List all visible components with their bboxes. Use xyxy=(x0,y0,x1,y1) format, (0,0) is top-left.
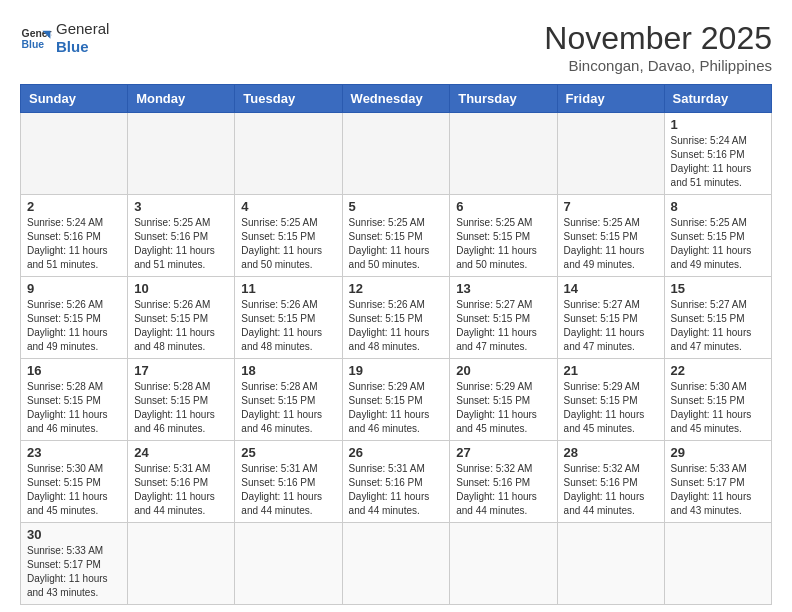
day-number: 8 xyxy=(671,199,765,214)
day-number: 23 xyxy=(27,445,121,460)
calendar-cell: 21Sunrise: 5:29 AM Sunset: 5:15 PM Dayli… xyxy=(557,359,664,441)
day-info: Sunrise: 5:32 AM Sunset: 5:16 PM Dayligh… xyxy=(456,462,550,518)
weekday-header-thursday: Thursday xyxy=(450,85,557,113)
day-info: Sunrise: 5:25 AM Sunset: 5:15 PM Dayligh… xyxy=(349,216,444,272)
calendar-cell: 3Sunrise: 5:25 AM Sunset: 5:16 PM Daylig… xyxy=(128,195,235,277)
calendar-cell xyxy=(235,523,342,605)
weekday-header-wednesday: Wednesday xyxy=(342,85,450,113)
weekday-header-sunday: Sunday xyxy=(21,85,128,113)
day-number: 9 xyxy=(27,281,121,296)
day-number: 25 xyxy=(241,445,335,460)
day-info: Sunrise: 5:28 AM Sunset: 5:15 PM Dayligh… xyxy=(241,380,335,436)
calendar-cell: 7Sunrise: 5:25 AM Sunset: 5:15 PM Daylig… xyxy=(557,195,664,277)
day-number: 5 xyxy=(349,199,444,214)
calendar-cell xyxy=(664,523,771,605)
calendar-cell: 24Sunrise: 5:31 AM Sunset: 5:16 PM Dayli… xyxy=(128,441,235,523)
weekday-header-friday: Friday xyxy=(557,85,664,113)
calendar-header-row: SundayMondayTuesdayWednesdayThursdayFrid… xyxy=(21,85,772,113)
day-number: 12 xyxy=(349,281,444,296)
day-info: Sunrise: 5:25 AM Sunset: 5:16 PM Dayligh… xyxy=(134,216,228,272)
day-number: 15 xyxy=(671,281,765,296)
day-info: Sunrise: 5:28 AM Sunset: 5:15 PM Dayligh… xyxy=(134,380,228,436)
day-number: 18 xyxy=(241,363,335,378)
calendar-week-4: 16Sunrise: 5:28 AM Sunset: 5:15 PM Dayli… xyxy=(21,359,772,441)
calendar-cell: 14Sunrise: 5:27 AM Sunset: 5:15 PM Dayli… xyxy=(557,277,664,359)
day-number: 11 xyxy=(241,281,335,296)
day-number: 20 xyxy=(456,363,550,378)
day-info: Sunrise: 5:27 AM Sunset: 5:15 PM Dayligh… xyxy=(564,298,658,354)
calendar-cell: 10Sunrise: 5:26 AM Sunset: 5:15 PM Dayli… xyxy=(128,277,235,359)
day-info: Sunrise: 5:26 AM Sunset: 5:15 PM Dayligh… xyxy=(349,298,444,354)
page-header: General Blue General Blue November 2025 … xyxy=(20,20,772,74)
calendar-table: SundayMondayTuesdayWednesdayThursdayFrid… xyxy=(20,84,772,605)
calendar-cell: 23Sunrise: 5:30 AM Sunset: 5:15 PM Dayli… xyxy=(21,441,128,523)
day-info: Sunrise: 5:31 AM Sunset: 5:16 PM Dayligh… xyxy=(134,462,228,518)
day-number: 22 xyxy=(671,363,765,378)
month-title: November 2025 xyxy=(544,20,772,57)
logo: General Blue General Blue xyxy=(20,20,109,56)
calendar-cell xyxy=(342,523,450,605)
day-number: 3 xyxy=(134,199,228,214)
calendar-cell: 9Sunrise: 5:26 AM Sunset: 5:15 PM Daylig… xyxy=(21,277,128,359)
calendar-cell: 22Sunrise: 5:30 AM Sunset: 5:15 PM Dayli… xyxy=(664,359,771,441)
day-info: Sunrise: 5:31 AM Sunset: 5:16 PM Dayligh… xyxy=(241,462,335,518)
location-subtitle: Bincongan, Davao, Philippines xyxy=(544,57,772,74)
weekday-header-monday: Monday xyxy=(128,85,235,113)
calendar-cell: 17Sunrise: 5:28 AM Sunset: 5:15 PM Dayli… xyxy=(128,359,235,441)
day-info: Sunrise: 5:27 AM Sunset: 5:15 PM Dayligh… xyxy=(456,298,550,354)
calendar-cell: 30Sunrise: 5:33 AM Sunset: 5:17 PM Dayli… xyxy=(21,523,128,605)
calendar-cell: 25Sunrise: 5:31 AM Sunset: 5:16 PM Dayli… xyxy=(235,441,342,523)
day-info: Sunrise: 5:29 AM Sunset: 5:15 PM Dayligh… xyxy=(349,380,444,436)
calendar-cell: 15Sunrise: 5:27 AM Sunset: 5:15 PM Dayli… xyxy=(664,277,771,359)
day-number: 27 xyxy=(456,445,550,460)
calendar-cell: 27Sunrise: 5:32 AM Sunset: 5:16 PM Dayli… xyxy=(450,441,557,523)
calendar-cell: 26Sunrise: 5:31 AM Sunset: 5:16 PM Dayli… xyxy=(342,441,450,523)
day-info: Sunrise: 5:25 AM Sunset: 5:15 PM Dayligh… xyxy=(456,216,550,272)
day-info: Sunrise: 5:26 AM Sunset: 5:15 PM Dayligh… xyxy=(241,298,335,354)
day-number: 30 xyxy=(27,527,121,542)
day-number: 4 xyxy=(241,199,335,214)
logo-blue: Blue xyxy=(56,38,109,56)
calendar-cell xyxy=(557,523,664,605)
day-info: Sunrise: 5:33 AM Sunset: 5:17 PM Dayligh… xyxy=(671,462,765,518)
day-info: Sunrise: 5:30 AM Sunset: 5:15 PM Dayligh… xyxy=(671,380,765,436)
title-block: November 2025 Bincongan, Davao, Philippi… xyxy=(544,20,772,74)
calendar-cell xyxy=(342,113,450,195)
calendar-cell: 6Sunrise: 5:25 AM Sunset: 5:15 PM Daylig… xyxy=(450,195,557,277)
calendar-cell: 28Sunrise: 5:32 AM Sunset: 5:16 PM Dayli… xyxy=(557,441,664,523)
calendar-week-2: 2Sunrise: 5:24 AM Sunset: 5:16 PM Daylig… xyxy=(21,195,772,277)
calendar-cell: 19Sunrise: 5:29 AM Sunset: 5:15 PM Dayli… xyxy=(342,359,450,441)
logo-icon: General Blue xyxy=(20,24,52,52)
day-number: 7 xyxy=(564,199,658,214)
day-number: 16 xyxy=(27,363,121,378)
day-info: Sunrise: 5:27 AM Sunset: 5:15 PM Dayligh… xyxy=(671,298,765,354)
day-number: 21 xyxy=(564,363,658,378)
day-info: Sunrise: 5:25 AM Sunset: 5:15 PM Dayligh… xyxy=(564,216,658,272)
calendar-cell: 18Sunrise: 5:28 AM Sunset: 5:15 PM Dayli… xyxy=(235,359,342,441)
calendar-cell: 16Sunrise: 5:28 AM Sunset: 5:15 PM Dayli… xyxy=(21,359,128,441)
calendar-cell: 12Sunrise: 5:26 AM Sunset: 5:15 PM Dayli… xyxy=(342,277,450,359)
day-number: 1 xyxy=(671,117,765,132)
svg-text:Blue: Blue xyxy=(22,39,45,50)
day-info: Sunrise: 5:25 AM Sunset: 5:15 PM Dayligh… xyxy=(671,216,765,272)
calendar-cell: 20Sunrise: 5:29 AM Sunset: 5:15 PM Dayli… xyxy=(450,359,557,441)
day-number: 26 xyxy=(349,445,444,460)
day-number: 24 xyxy=(134,445,228,460)
calendar-cell xyxy=(21,113,128,195)
calendar-cell xyxy=(450,523,557,605)
day-info: Sunrise: 5:32 AM Sunset: 5:16 PM Dayligh… xyxy=(564,462,658,518)
calendar-week-3: 9Sunrise: 5:26 AM Sunset: 5:15 PM Daylig… xyxy=(21,277,772,359)
day-info: Sunrise: 5:29 AM Sunset: 5:15 PM Dayligh… xyxy=(456,380,550,436)
day-number: 2 xyxy=(27,199,121,214)
day-number: 19 xyxy=(349,363,444,378)
weekday-header-tuesday: Tuesday xyxy=(235,85,342,113)
day-info: Sunrise: 5:24 AM Sunset: 5:16 PM Dayligh… xyxy=(27,216,121,272)
day-number: 13 xyxy=(456,281,550,296)
day-info: Sunrise: 5:30 AM Sunset: 5:15 PM Dayligh… xyxy=(27,462,121,518)
logo-general-text: General xyxy=(56,20,109,37)
calendar-cell xyxy=(450,113,557,195)
calendar-cell xyxy=(128,523,235,605)
day-number: 6 xyxy=(456,199,550,214)
logo-blue-text: Blue xyxy=(56,38,89,55)
day-info: Sunrise: 5:25 AM Sunset: 5:15 PM Dayligh… xyxy=(241,216,335,272)
